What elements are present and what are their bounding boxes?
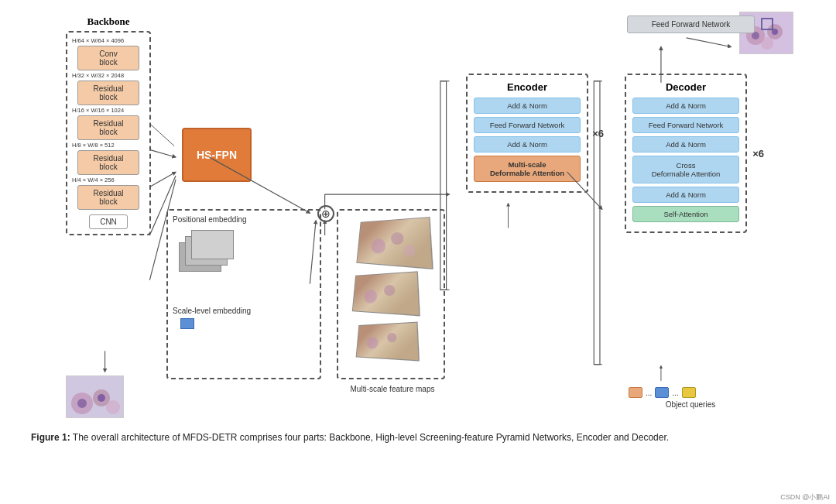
residual-block-1: Residualblock [77, 81, 139, 105]
embedding-section: Positional embedding Scale-level embeddi… [166, 209, 321, 379]
oq-legend-row: ... ... [629, 387, 752, 398]
decoder-section: Decoder Add & Norm Feed Forward Network … [625, 74, 747, 233]
residual-block-3: Residualblock [77, 150, 139, 175]
svg-point-3 [761, 37, 773, 50]
conv-block: Convblock [77, 46, 139, 70]
decoder-repeat-label: ×6 [752, 148, 764, 159]
svg-point-17 [384, 285, 395, 296]
dec-add-norm-1: Add & Norm [632, 98, 739, 114]
oq-dot-yellow [682, 387, 696, 398]
dec-add-norm-3: Add & Norm [632, 187, 739, 203]
feature-maps-label: Multi-scale feature maps [338, 385, 447, 393]
dec-ffn: Feed Forward Network [632, 117, 739, 133]
oq-ellipsis-1: ... [646, 389, 652, 397]
svg-line-43 [149, 124, 174, 146]
figure-label: Figure 1: [31, 432, 70, 443]
cnn-box: CNN [89, 214, 128, 229]
enc-add-norm-2: Add & Norm [474, 136, 581, 153]
dim-label-1: H/32 × W/32 × 2048 [70, 72, 146, 79]
dim-label-2: H/16 × W/16 × 1024 [70, 107, 146, 114]
watermark: CSDN @小鹏AI [780, 492, 830, 502]
main-container: Feed Forward Network Backbone H/64 × W/6… [0, 0, 836, 455]
oq-label: Object queries [629, 400, 752, 409]
feature-map-3 [356, 322, 420, 362]
feature-map-2 [352, 271, 420, 316]
feature-map-1 [356, 217, 433, 269]
dim-label-4: H/4 × W/4 × 256 [70, 177, 146, 183]
svg-point-13 [371, 238, 385, 254]
decoder-title: Decoder [632, 81, 739, 93]
svg-point-14 [391, 232, 403, 245]
feature-maps-section: Multi-scale feature maps [337, 209, 445, 379]
dim-label-3: H/8 × W/8 × 512 [70, 142, 146, 149]
oq-dot-orange [629, 387, 642, 398]
scale-level-label: Scale-level embedding [173, 307, 315, 315]
svg-point-10 [106, 400, 120, 414]
backbone-title: Backbone [66, 15, 151, 28]
encoder-section: Encoder Add & Norm Feed Forward Network … [466, 74, 588, 193]
caption-area: Figure 1: The overall architecture of MF… [15, 426, 821, 447]
svg-point-19 [387, 333, 396, 342]
backbone-dashed-box: H/64 × W/64 × 4096 Convblock H/32 × W/32… [66, 31, 151, 235]
ffn-top-box: Feed Forward Network [627, 15, 755, 33]
oq-dot-blue [655, 387, 669, 398]
blue-square-embedding [180, 318, 194, 329]
caption-text: The overall architecture of MFDS-DETR co… [73, 432, 669, 443]
dec-add-norm-2: Add & Norm [632, 136, 739, 153]
svg-point-11 [77, 399, 87, 408]
diagram-area: Feed Forward Network Backbone H/64 × W/6… [15, 8, 821, 426]
dec-self-attention: Self-Attention [632, 206, 739, 222]
positional-embedding-label: Positional embedding [173, 215, 315, 224]
encoder-repeat-label: ×6 [592, 128, 604, 139]
residual-block-4: Residualblock [77, 185, 139, 210]
svg-point-15 [403, 245, 416, 257]
enc-mda: Multi-scaleDeformable Attention [474, 156, 581, 182]
svg-point-12 [98, 394, 105, 402]
encoder-title: Encoder [474, 81, 581, 93]
svg-line-33 [687, 38, 732, 47]
gray-stack-1 [191, 230, 234, 259]
dim-label-0: H/64 × W/64 × 4096 [70, 37, 146, 44]
svg-point-18 [366, 337, 378, 349]
hsfpn-box: HS-FPN [182, 128, 252, 182]
svg-rect-40 [594, 81, 600, 365]
dec-cross-da: CrossDeformable Attention [632, 156, 739, 183]
backbone-section: Backbone H/64 × W/64 × 4096 Convblock H/… [66, 15, 151, 235]
enc-add-norm-1: Add & Norm [474, 98, 581, 114]
residual-block-2: Residualblock [77, 115, 139, 140]
thumbnail-bottom-image [66, 375, 124, 418]
svg-point-16 [364, 290, 377, 303]
oq-ellipsis-2: ... [672, 389, 678, 397]
enc-ffn: Feed Forward Network [474, 117, 581, 133]
svg-line-23 [149, 172, 176, 187]
svg-line-22 [149, 149, 176, 157]
object-queries-section: ... ... Object queries [629, 387, 752, 409]
